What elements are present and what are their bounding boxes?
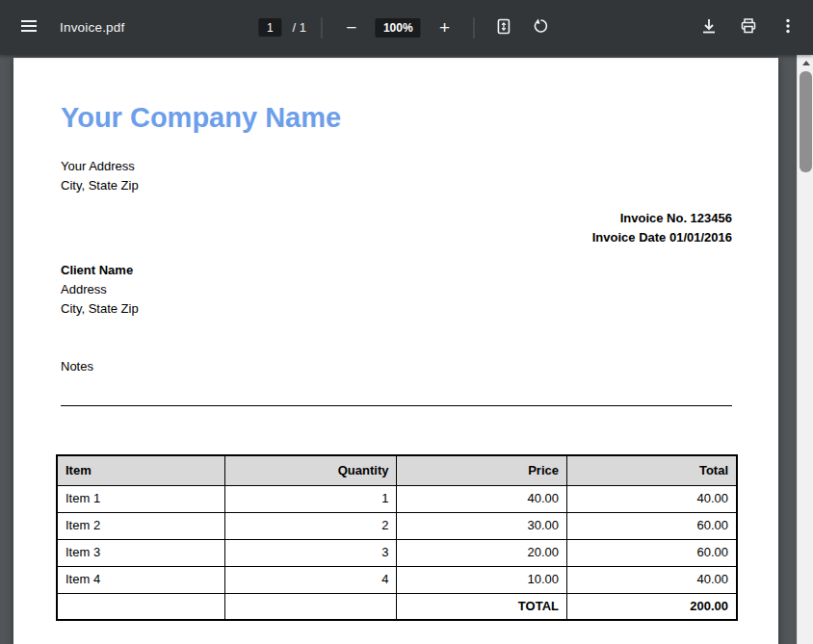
download-icon bbox=[700, 17, 718, 38]
client-address-line2: City, State Zip bbox=[61, 299, 732, 319]
zoom-level: 100% bbox=[376, 18, 421, 38]
cell-quantity: 2 bbox=[224, 512, 397, 539]
cell-item-name: Item 3 bbox=[57, 539, 224, 566]
toolbar-left: Invoice.pdf bbox=[0, 0, 125, 55]
toolbar-separator bbox=[474, 17, 475, 39]
print-button[interactable] bbox=[735, 14, 762, 41]
toolbar-separator bbox=[322, 17, 323, 39]
zoom-in-button[interactable]: + bbox=[432, 14, 459, 41]
cell-total: 40.00 bbox=[566, 566, 737, 593]
fit-page-button[interactable] bbox=[490, 14, 517, 41]
cell-price: 10.00 bbox=[397, 566, 567, 593]
vertical-scrollbar[interactable] bbox=[797, 55, 813, 644]
company-address-line1: Your Address bbox=[61, 157, 732, 176]
cell-quantity: 1 bbox=[224, 485, 397, 512]
table-row: Item 1 1 40.00 40.00 bbox=[57, 485, 737, 512]
page-count: / 1 bbox=[292, 20, 305, 35]
pdf-content-area: Your Company Name Your Address City, Sta… bbox=[0, 55, 813, 644]
header-quantity: Quantity bbox=[224, 455, 397, 485]
invoice-date: Invoice Date 01/01/2016 bbox=[61, 228, 732, 247]
invoice-table: Item Quantity Price Total Item 1 1 40.00… bbox=[56, 454, 738, 621]
header-price: Price bbox=[397, 455, 567, 485]
notes-label: Notes bbox=[61, 357, 732, 376]
download-button[interactable] bbox=[695, 14, 722, 41]
scrollbar-thumb[interactable] bbox=[800, 71, 812, 172]
cell-price: 20.00 bbox=[397, 539, 567, 566]
menu-icon bbox=[20, 17, 38, 38]
cell-item-name: Item 4 bbox=[57, 566, 224, 593]
table-row: Item 3 3 20.00 60.00 bbox=[57, 539, 737, 566]
cell-total: 40.00 bbox=[566, 485, 737, 512]
client-address-line1: Address bbox=[61, 280, 732, 299]
header-item: Item bbox=[57, 455, 224, 485]
pdf-page: Your Company Name Your Address City, Sta… bbox=[13, 58, 778, 644]
table-row: Item 2 2 30.00 60.00 bbox=[57, 512, 737, 539]
fit-page-icon bbox=[495, 18, 511, 38]
cell-quantity: 4 bbox=[224, 566, 397, 593]
rotate-button[interactable] bbox=[528, 14, 555, 41]
cell-total: 60.00 bbox=[566, 539, 737, 566]
toolbar-right bbox=[695, 0, 813, 55]
header-total: Total bbox=[566, 455, 737, 485]
zoom-out-button[interactable]: − bbox=[338, 14, 365, 41]
total-value: 200.00 bbox=[566, 593, 737, 620]
toolbar-center: / 1 − 100% + bbox=[258, 0, 554, 55]
cell-empty bbox=[224, 593, 397, 620]
rotate-ccw-icon bbox=[533, 17, 550, 38]
notes-divider bbox=[61, 405, 732, 406]
pdf-toolbar: Invoice.pdf / 1 − 100% + bbox=[0, 0, 813, 55]
scrollbar-up-arrow[interactable] bbox=[798, 55, 813, 71]
cell-price: 40.00 bbox=[397, 485, 567, 512]
invoice-meta: Invoice No. 123456 Invoice Date 01/01/20… bbox=[61, 209, 732, 247]
client-block: Client Name Address City, State Zip bbox=[61, 261, 732, 319]
company-name: Your Company Name bbox=[61, 101, 732, 134]
print-icon bbox=[740, 17, 757, 38]
company-address-line2: City, State Zip bbox=[61, 176, 732, 195]
more-options-button[interactable] bbox=[774, 14, 801, 41]
client-name: Client Name bbox=[61, 261, 732, 280]
invoice-document: Your Company Name Your Address City, Sta… bbox=[13, 58, 778, 621]
more-vert-icon bbox=[779, 17, 797, 38]
table-header-row: Item Quantity Price Total bbox=[57, 455, 737, 485]
table-footer-row: TOTAL 200.00 bbox=[57, 593, 737, 620]
cell-empty bbox=[57, 593, 224, 620]
menu-button[interactable] bbox=[15, 14, 42, 41]
cell-item-name: Item 2 bbox=[57, 512, 224, 539]
invoice-number: Invoice No. 123456 bbox=[61, 209, 732, 228]
page-number-input[interactable] bbox=[258, 18, 281, 37]
pdf-viewer-window: Invoice.pdf / 1 − 100% + bbox=[0, 0, 813, 644]
cell-quantity: 3 bbox=[224, 539, 397, 566]
table-row: Item 4 4 10.00 40.00 bbox=[57, 566, 737, 593]
cell-item-name: Item 1 bbox=[57, 485, 224, 512]
cell-price: 30.00 bbox=[397, 512, 567, 539]
cell-total: 60.00 bbox=[566, 512, 737, 539]
document-title: Invoice.pdf bbox=[60, 20, 125, 35]
total-label: TOTAL bbox=[397, 593, 567, 620]
